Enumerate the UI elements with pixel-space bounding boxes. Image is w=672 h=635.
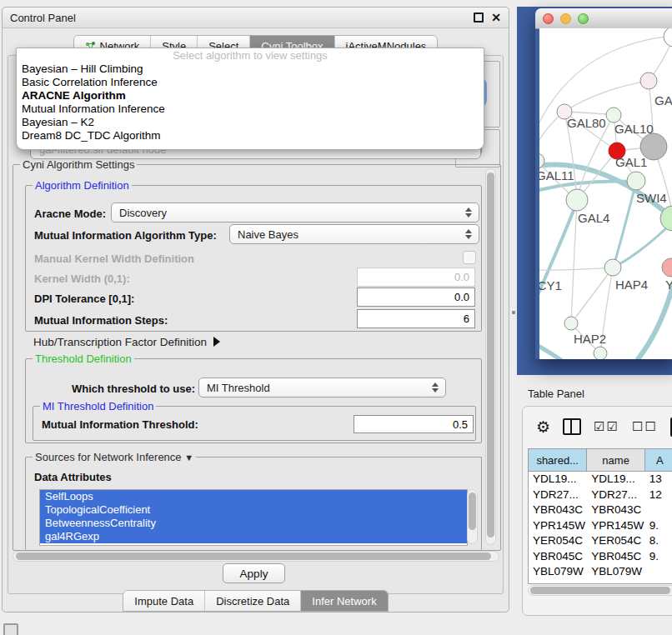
network-node[interactable] bbox=[664, 28, 672, 47]
table-cell: YLR345W bbox=[587, 580, 644, 585]
attribute-list-item[interactable]: BetweennessCentrality bbox=[40, 517, 467, 530]
stepper-arrows-icon bbox=[462, 208, 479, 218]
network-edge[interactable] bbox=[571, 268, 613, 323]
network-edge[interactable] bbox=[539, 338, 561, 359]
zoom-window-icon[interactable] bbox=[578, 13, 589, 24]
tab-discretize-data[interactable]: Discretize Data bbox=[205, 591, 301, 611]
dpi-tolerance-value: 0.0 bbox=[454, 291, 469, 303]
algorithm-option[interactable]: Bayesian – K2 bbox=[17, 116, 484, 129]
node-label: GAL11 bbox=[539, 168, 574, 182]
algorithm-option[interactable]: Bayesian – Hill Climbing bbox=[17, 62, 484, 76]
tab-infer-network[interactable]: Infer Network bbox=[301, 591, 387, 611]
mi-type-combo[interactable]: Naive Bayes bbox=[229, 224, 479, 244]
table-row[interactable]: YDL19...YDL19...13 bbox=[529, 472, 672, 488]
network-edge[interactable] bbox=[539, 202, 577, 318]
table-cell: 9. bbox=[645, 580, 672, 585]
attributes-scrollbar[interactable] bbox=[467, 489, 478, 544]
minimize-window-icon[interactable] bbox=[560, 13, 571, 24]
network-node[interactable] bbox=[627, 172, 645, 190]
column-header[interactable]: shared... bbox=[529, 449, 587, 471]
table-panel-title: Table Panel bbox=[528, 388, 584, 400]
gear-icon[interactable]: ⚙ bbox=[536, 419, 550, 435]
table-cell: YPR145W bbox=[529, 518, 587, 534]
network-node[interactable] bbox=[604, 259, 621, 276]
data-attributes-label: Data Attributes bbox=[34, 471, 112, 483]
network-desktop: GALGAL80GAL10GAL1GAL11SWI4GAL4GCY1HAP4YH… bbox=[517, 7, 672, 375]
columns-icon[interactable] bbox=[563, 418, 581, 435]
network-node[interactable] bbox=[640, 72, 657, 89]
aracne-mode-combo[interactable]: Discovery bbox=[111, 202, 479, 222]
splitpane-handle[interactable] bbox=[512, 311, 515, 314]
hub-section-toggle[interactable]: Hub/Transcription Factor Definition bbox=[33, 336, 220, 348]
mi-threshold-field[interactable]: 0.5 bbox=[354, 415, 474, 433]
network-edge[interactable] bbox=[539, 112, 564, 270]
table-cell: 9. bbox=[645, 518, 672, 534]
table-cell: YLR345W bbox=[529, 580, 587, 585]
bottom-tabbar: Impute DataDiscretize DataInfer Network bbox=[123, 590, 388, 612]
network-edge[interactable] bbox=[564, 81, 649, 112]
table-row[interactable]: YLR345WYLR345W9. bbox=[529, 580, 672, 585]
mi-steps-label: Mutual Information Steps: bbox=[34, 314, 168, 327]
select-all-checkboxes-icon[interactable]: ☑☑ bbox=[594, 419, 619, 434]
tab-impute-data[interactable]: Impute Data bbox=[123, 591, 205, 611]
float-window-icon[interactable] bbox=[474, 12, 484, 22]
node-label: GAL80 bbox=[567, 116, 606, 130]
aracne-mode-label: Aracne Mode: bbox=[34, 208, 106, 220]
table-row[interactable]: YDR27...YDR27...12 bbox=[529, 488, 672, 503]
network-node[interactable] bbox=[564, 317, 578, 330]
attribute-list-item[interactable]: TopologicalCoefficient bbox=[40, 503, 467, 517]
network-canvas[interactable]: GALGAL80GAL10GAL1GAL11SWI4GAL4GCY1HAP4YH… bbox=[539, 28, 672, 359]
dpi-tolerance-label: DPI Tolerance [0,1]: bbox=[34, 292, 134, 305]
which-threshold-label: Which threshold to use: bbox=[72, 382, 195, 395]
algorithm-option[interactable]: Basic Correlation Inference bbox=[17, 76, 484, 89]
table-row[interactable]: YBR045CYBR045C9. bbox=[529, 549, 672, 565]
algorithm-option[interactable]: ARACNE Algorithm bbox=[17, 89, 484, 102]
mi-threshold-value: 0.5 bbox=[453, 418, 468, 431]
settings-hscrollbar[interactable] bbox=[13, 551, 499, 562]
manual-kernel-checkbox[interactable] bbox=[463, 251, 476, 264]
network-edge[interactable] bbox=[571, 203, 577, 323]
which-threshold-combo[interactable]: MI Threshold bbox=[198, 378, 446, 398]
attribute-list-item[interactable]: SelfLoops bbox=[40, 490, 467, 503]
table-row[interactable]: YER054CYER054C8. bbox=[529, 533, 672, 549]
attribute-list-item[interactable]: gal4RGexp bbox=[40, 530, 467, 543]
data-attributes-list[interactable]: SelfLoopsTopologicalCoefficientBetweenne… bbox=[39, 489, 468, 546]
deselect-all-checkboxes-icon[interactable]: ☐☐ bbox=[632, 419, 658, 434]
cyni-settings-title: Cyni Algorithm Settings bbox=[20, 158, 137, 171]
table-row[interactable]: YBL079WYBL079W bbox=[529, 564, 672, 580]
sources-title[interactable]: Sources for Network Inference ▼ bbox=[33, 451, 196, 463]
kernel-width-label: Kernel Width (0,1): bbox=[34, 272, 130, 285]
kernel-width-field[interactable]: 0.0 bbox=[357, 268, 475, 287]
mi-steps-field[interactable]: 6 bbox=[357, 309, 475, 328]
network-node[interactable] bbox=[662, 258, 672, 277]
mi-threshold-label: Mutual Information Threshold: bbox=[42, 418, 198, 431]
close-icon[interactable]: ✕ bbox=[491, 12, 501, 23]
table-row[interactable]: YBR043CYBR043C bbox=[529, 502, 672, 518]
table-header-row: shared...nameA bbox=[529, 449, 672, 472]
apply-button-label: Apply bbox=[240, 568, 268, 580]
table-row[interactable]: YPR145WYPR145W9. bbox=[529, 518, 672, 534]
table-cell: YDR27... bbox=[529, 488, 587, 503]
node-label: HAP4 bbox=[615, 278, 648, 292]
table-hscrollbar[interactable] bbox=[528, 585, 672, 596]
table-cell: YBL079W bbox=[587, 564, 644, 580]
column-header[interactable]: A bbox=[645, 449, 672, 471]
network-node[interactable] bbox=[566, 189, 588, 211]
control-panel-titlebar: Control Panel ✕ bbox=[3, 8, 509, 28]
table-cell: YPR145W bbox=[587, 518, 644, 534]
network-node[interactable] bbox=[606, 108, 621, 122]
column-header[interactable]: name bbox=[587, 449, 644, 471]
table-panel: ⚙ ☑☑ ☐☐ shared...nameA YDL19...YDL19...1… bbox=[522, 406, 672, 616]
settings-scrollbar[interactable] bbox=[485, 168, 496, 545]
collapsed-panel-icon[interactable] bbox=[3, 623, 18, 635]
algorithm-option[interactable]: Dream8 DC_TDC Algorithm bbox=[17, 129, 484, 142]
close-window-icon[interactable] bbox=[543, 13, 554, 24]
algorithm-option[interactable]: Mutual Information Inference bbox=[17, 102, 484, 116]
dpi-tolerance-field[interactable]: 0.0 bbox=[357, 288, 475, 307]
network-node[interactable] bbox=[594, 347, 607, 359]
algorithm-definition-group: Algorithm Definition Aracne Mode: Discov… bbox=[25, 185, 482, 332]
network-edge[interactable] bbox=[614, 185, 635, 263]
network-view-window: GALGAL80GAL10GAL1GAL11SWI4GAL4GCY1HAP4YH… bbox=[535, 8, 672, 359]
cyni-algorithm-settings-group: Cyni Algorithm Settings Algorithm Defini… bbox=[13, 164, 501, 551]
apply-button[interactable]: Apply bbox=[223, 563, 285, 583]
